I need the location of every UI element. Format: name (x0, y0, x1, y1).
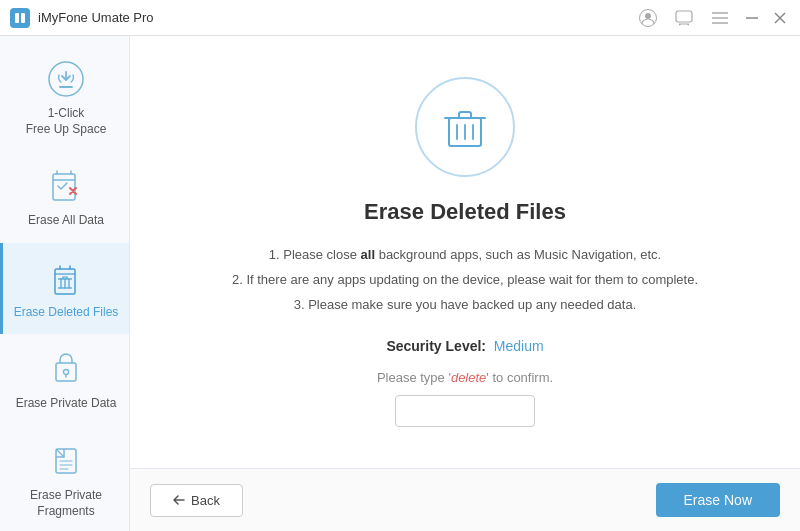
svg-point-3 (645, 13, 651, 19)
sidebar-item-erase-private-fragments[interactable]: Erase Private Fragments (0, 426, 129, 531)
message-icon[interactable] (670, 4, 698, 32)
app-title: iMyFone Umate Pro (38, 10, 154, 25)
erase-deleted-files-icon (45, 257, 87, 299)
instruction-2: 2. If there are any apps updating on the… (232, 268, 698, 293)
instruction-3: 3. Please make sure you have backed up a… (232, 293, 698, 318)
instructions: 1. Please close all background apps, suc… (232, 243, 698, 317)
instruction-1: 1. Please close all background apps, suc… (232, 243, 698, 268)
confirm-prompt: Please type 'delete' to confirm. (377, 370, 553, 385)
titlebar: iMyFone Umate Pro (0, 0, 800, 36)
sidebar-item-free-up-space[interactable]: 1-ClickFree Up Space (0, 44, 129, 151)
erase-private-fragments-label: Erase Private Fragments (11, 488, 121, 519)
titlebar-controls (634, 4, 790, 32)
security-level-label: Security Level: (386, 338, 486, 354)
confirm-keyword: delete (451, 370, 486, 385)
minimize-button[interactable] (742, 8, 762, 28)
confirm-row: Please type 'delete' to confirm. (377, 370, 553, 427)
titlebar-left: iMyFone Umate Pro (10, 8, 154, 28)
security-level-value[interactable]: Medium (494, 338, 544, 354)
erase-private-data-label: Erase Private Data (16, 396, 117, 412)
back-label: Back (191, 493, 220, 508)
confirm-input[interactable] (395, 395, 535, 427)
erase-all-data-label: Erase All Data (28, 213, 104, 229)
erase-all-data-icon (45, 165, 87, 207)
erase-deleted-files-label: Erase Deleted Files (14, 305, 119, 321)
security-level: Security Level: Medium (386, 338, 543, 354)
footer: Back Erase Now (130, 468, 800, 531)
sidebar-item-erase-private-data[interactable]: Erase Private Data (0, 334, 129, 426)
free-up-space-icon (45, 58, 87, 100)
close-button[interactable] (770, 8, 790, 28)
erase-private-data-icon (45, 348, 87, 390)
svg-rect-0 (15, 13, 19, 23)
feature-title: Erase Deleted Files (364, 199, 566, 225)
app-logo (10, 8, 30, 28)
menu-icon[interactable] (706, 4, 734, 32)
svg-rect-1 (21, 13, 25, 23)
back-button[interactable]: Back (150, 484, 243, 517)
free-up-space-label: 1-ClickFree Up Space (26, 106, 107, 137)
svg-rect-25 (56, 363, 76, 381)
erase-private-fragments-icon (45, 440, 87, 482)
erase-now-button[interactable]: Erase Now (656, 483, 780, 517)
app-body: 1-ClickFree Up Space Erase All Data (0, 36, 800, 531)
main-content: Erase Deleted Files 1. Please close all … (130, 36, 800, 531)
erase-label: Erase Now (684, 492, 752, 508)
svg-rect-4 (676, 11, 692, 22)
sidebar-item-erase-all-data[interactable]: Erase All Data (0, 151, 129, 243)
sidebar: 1-ClickFree Up Space Erase All Data (0, 36, 130, 531)
account-icon[interactable] (634, 4, 662, 32)
sidebar-item-erase-deleted-files[interactable]: Erase Deleted Files (0, 243, 129, 335)
content-area: Erase Deleted Files 1. Please close all … (130, 36, 800, 468)
feature-icon-circle (415, 77, 515, 177)
